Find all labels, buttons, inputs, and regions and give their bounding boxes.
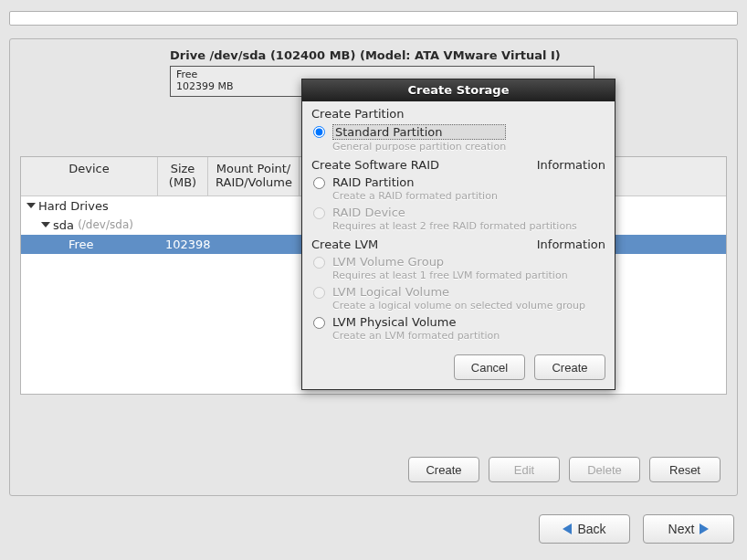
option-label: RAID Partition — [332, 175, 498, 189]
section-label: Create Software RAID — [311, 158, 439, 172]
option-label: RAID Device — [332, 206, 577, 219]
option-label: LVM Logical Volume — [332, 285, 585, 299]
section-label: Create LVM — [311, 238, 378, 251]
dialog-body: Create Partition Standard Partition Gene… — [302, 101, 615, 389]
tree-size: 102398 — [165, 238, 216, 251]
arrow-right-icon — [700, 523, 709, 534]
option-raid-device: RAID Device Requires at least 2 free RAI… — [311, 206, 605, 232]
col-size[interactable]: Size (MB) — [158, 157, 208, 195]
create-storage-dialog: Create Storage Create Partition Standard… — [301, 79, 615, 390]
radio-raid-partition[interactable] — [313, 177, 325, 189]
option-raid-partition[interactable]: RAID Partition Create a RAID formated pa… — [311, 175, 605, 202]
option-desc: Create an LVM formated partition — [332, 330, 500, 342]
option-desc: Create a logical volume on selected volu… — [332, 300, 585, 312]
create-button[interactable]: Create — [408, 457, 479, 482]
radio-lvm-pv[interactable] — [313, 317, 325, 329]
option-desc: General purpose partition creation — [332, 141, 506, 153]
back-label: Back — [577, 522, 605, 536]
option-lvm-volume-group: LVM Volume Group Requires at least 1 fre… — [311, 255, 605, 281]
option-desc: Requires at least 1 free LVM formated pa… — [332, 269, 568, 281]
option-desc: Create a RAID formated partition — [332, 190, 498, 202]
next-button[interactable]: Next — [643, 514, 734, 544]
radio-standard-partition[interactable] — [313, 126, 325, 138]
nav-buttons: Back Next — [539, 514, 734, 544]
section-create-raid: Create Software RAID Information — [311, 158, 605, 172]
reset-button[interactable]: Reset — [649, 457, 721, 482]
header-bar — [9, 11, 738, 26]
next-label: Next — [668, 522, 695, 536]
expander-icon[interactable] — [41, 222, 50, 227]
tree-label: Free — [65, 238, 165, 251]
col-mount[interactable]: Mount Point/ RAID/Volume — [208, 157, 300, 195]
info-link-lvm[interactable]: Information — [537, 238, 605, 251]
option-lvm-physical-volume[interactable]: LVM Physical Volume Create an LVM format… — [311, 315, 605, 342]
option-label: LVM Physical Volume — [332, 315, 500, 329]
dialog-create-button[interactable]: Create — [534, 354, 605, 380]
section-create-partition: Create Partition — [311, 107, 605, 121]
tree-label: sda — [53, 218, 74, 232]
info-link-raid[interactable]: Information — [537, 158, 605, 172]
delete-button: Delete — [569, 457, 640, 482]
tree-path: (/dev/sda) — [78, 218, 133, 231]
section-label: Create Partition — [311, 107, 405, 121]
edit-button: Edit — [489, 457, 560, 482]
option-desc: Requires at least 2 free RAID formated p… — [332, 220, 577, 232]
section-create-lvm: Create LVM Information — [311, 238, 605, 251]
option-lvm-logical-volume: LVM Logical Volume Create a logical volu… — [311, 285, 605, 312]
panel-buttons: Create Edit Delete Reset — [408, 457, 721, 482]
tree-label: Hard Drives — [38, 199, 109, 213]
dialog-buttons: Cancel Create — [311, 354, 605, 380]
option-label: Standard Partition — [332, 124, 506, 140]
option-label: LVM Volume Group — [332, 255, 568, 269]
col-device[interactable]: Device — [21, 157, 158, 195]
radio-lvm-lv — [313, 287, 325, 299]
drive-title: Drive /dev/sda (102400 MB) (Model: ATA V… — [170, 48, 728, 62]
dialog-title: Create Storage — [302, 79, 615, 101]
option-standard-partition[interactable]: Standard Partition General purpose parti… — [311, 124, 605, 153]
radio-lvm-vg — [313, 257, 325, 269]
back-button[interactable]: Back — [539, 514, 630, 544]
expander-icon[interactable] — [26, 203, 36, 208]
radio-raid-device — [313, 207, 325, 219]
arrow-left-icon — [563, 523, 572, 534]
dialog-cancel-button[interactable]: Cancel — [454, 354, 525, 380]
